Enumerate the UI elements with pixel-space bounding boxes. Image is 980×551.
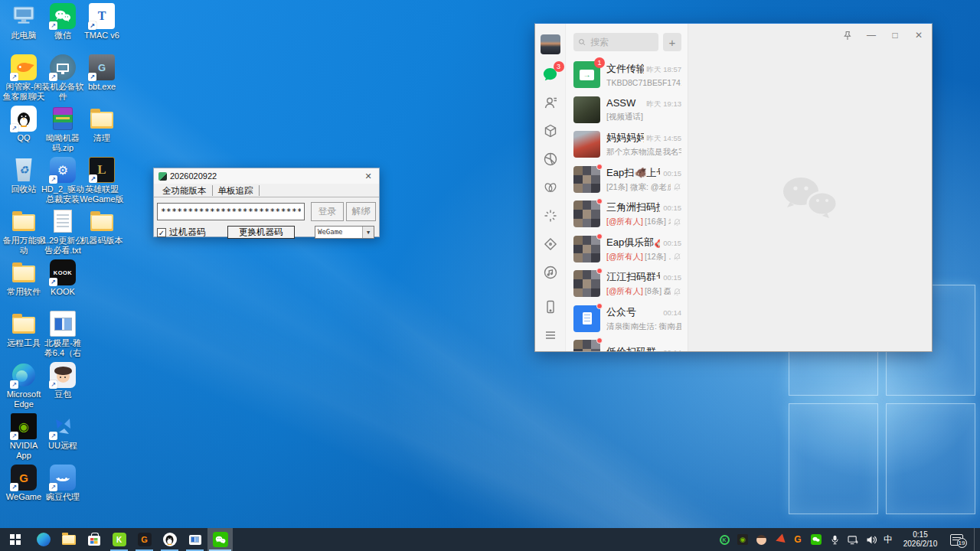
desktop-icon-kook[interactable]: KOOK KOOK xyxy=(44,259,82,311)
chat-preview: [12条] … xyxy=(645,252,671,262)
menu-icon[interactable] xyxy=(542,327,559,344)
mute-icon xyxy=(673,183,681,191)
chat-item-assw[interactable]: ASSW昨天 19:13 [视频通话] xyxy=(566,93,688,128)
desktop-icon-lol-wegame[interactable]: L 英雄联盟WeGame版 xyxy=(83,157,121,208)
tab-single-board-tracking[interactable]: 单板追踪 xyxy=(213,185,260,196)
chat-time: 00:15 xyxy=(663,169,681,178)
network-icon[interactable] xyxy=(847,533,859,546)
folder-icon xyxy=(11,311,37,337)
channels-icon[interactable] xyxy=(542,179,559,196)
desktop-icon-uu-remote[interactable]: UU远程 xyxy=(44,413,82,465)
change-machine-code-button[interactable]: 更换机器码 xyxy=(227,226,295,239)
desktop-icon-update-notice-txt[interactable]: 1.29更新公告必看.txt xyxy=(44,208,82,259)
desktop-icon-cleanup-folder[interactable]: 清理 xyxy=(83,106,121,157)
phone-icon[interactable] xyxy=(542,298,559,315)
desktop-icon-machine-code-folder[interactable]: 机器码版本 xyxy=(83,208,121,259)
close-icon[interactable]: ✕ xyxy=(362,171,374,181)
doubao-avatar-icon xyxy=(50,362,76,388)
tray-wechat-icon[interactable] xyxy=(810,533,822,546)
desktop-icon-edge[interactable]: Microsoft Edge xyxy=(5,362,43,413)
taskbar-microsoft-store[interactable] xyxy=(81,528,106,551)
chat-title: 三角洲扫码扶贫号 xyxy=(606,201,660,214)
desktop-icon-driver-installer[interactable]: ⚙ HD_2_驱动总裁安装包.exe xyxy=(44,157,82,208)
taskbar-file-explorer[interactable] xyxy=(56,528,81,551)
desktop-icon-backup-driver-folder[interactable]: 备用万能驱动 xyxy=(5,208,43,259)
chat-item-mama[interactable]: 妈妈妈妈昨天 14:55 那个京东物流是我名字，那是… xyxy=(566,127,688,162)
taskbar-qq[interactable] xyxy=(157,528,182,551)
top-stories-icon[interactable] xyxy=(542,207,559,224)
this-pc-icon xyxy=(11,3,37,29)
ime-indicator[interactable]: 中 xyxy=(884,533,893,546)
desktop-icon-doubao[interactable]: 豆包 xyxy=(44,362,82,413)
chat-item-official-accounts[interactable]: 公众号00:14 清泉衡南生活: 衡南县种畜场… xyxy=(566,302,688,337)
login-button[interactable]: 登录 xyxy=(311,202,344,221)
wechat-watermark-logo xyxy=(780,175,840,221)
desktop-icon-bbt[interactable]: G bbt.exe xyxy=(83,54,121,106)
desktop-icon-wegame[interactable]: G WeGame xyxy=(5,465,43,516)
system-tray: K ◉ G 中 0:15 2026/2/10 19 xyxy=(718,528,980,551)
mention-label: [@所有人] xyxy=(606,217,643,227)
bypass-machine-code-checkbox[interactable]: ✓ 过机器码 xyxy=(157,226,206,239)
moments-icon[interactable] xyxy=(542,151,559,168)
tray-kook-icon[interactable]: K xyxy=(718,533,730,546)
desktop-icon-this-pc[interactable]: 此电脑 xyxy=(5,3,43,54)
tray-nvidia-icon[interactable]: ◉ xyxy=(737,533,749,546)
taskbar-wegame[interactable]: G xyxy=(132,528,157,551)
desktop-icon-remote-tools-folder[interactable]: 远程工具 xyxy=(5,311,43,362)
search-box[interactable] xyxy=(573,33,658,51)
desktop-icon-nvidia-app[interactable]: ◉ NVIDIA App xyxy=(5,413,43,465)
desktop-icon-installer-pack[interactable]: 装机必备软件 xyxy=(44,54,82,106)
desktop-icon-wandou-proxy[interactable]: 豌豆代理 xyxy=(44,465,82,516)
unbind-button[interactable]: 解绑 xyxy=(346,202,376,221)
desktop-icon-wechat[interactable]: 微信 xyxy=(44,3,82,54)
desktop-icon-xianyu[interactable]: 闲管家-闲鱼客服聊天 xyxy=(5,54,43,106)
chat-item-jiangjiang[interactable]: 江江扫码群号扶贫00:15 [@所有人][8条] 磊: @Ale… xyxy=(566,266,688,302)
chats-icon[interactable]: 3 xyxy=(542,66,559,83)
taskbar-clock[interactable]: 0:15 2026/2/10 xyxy=(899,530,942,549)
desktop-icon-recycle-bin[interactable]: ♻ 回收站 xyxy=(5,157,43,208)
taskbar-beijixing[interactable] xyxy=(182,528,207,551)
dialog-titlebar[interactable]: 2026020922 ✕ xyxy=(154,168,379,184)
folder-icon xyxy=(62,535,76,545)
tray-wegame-icon[interactable]: G xyxy=(792,533,804,546)
card-key-input[interactable] xyxy=(157,203,305,220)
microphone-icon[interactable] xyxy=(828,533,841,546)
mention-label: [@所有人] xyxy=(606,286,643,297)
taskbar-wechat-active[interactable] xyxy=(207,528,233,551)
desktop-icon-tmac[interactable]: T TMAC v6 xyxy=(83,3,121,54)
chat-item-eap-club[interactable]: Eap俱乐部🎸🐴（2…00:15 [@所有人][12条] … xyxy=(566,232,688,267)
unread-dot xyxy=(596,337,603,344)
show-desktop-button[interactable] xyxy=(974,528,978,551)
add-button[interactable]: + xyxy=(663,33,681,51)
chat-item-eap-group[interactable]: Eap扫🐗上号🈲广00:15 [21条] 微寒: @老虎（347… xyxy=(566,162,688,197)
desktop-icon-beijixing[interactable]: 北极星-雅希6.4（右击… xyxy=(44,311,82,362)
taskbar-edge[interactable] xyxy=(31,528,56,551)
favorites-icon[interactable] xyxy=(542,122,559,139)
action-center-icon[interactable]: 19 xyxy=(948,533,965,546)
taskbar-kook[interactable]: K xyxy=(106,528,132,551)
profile-avatar[interactable] xyxy=(541,34,560,54)
minimize-button[interactable]: — xyxy=(866,30,877,41)
chat-item-file-helper[interactable]: → 1 文件传输助手昨天 18:57 TKBD8C71BE5F1741F5833… xyxy=(566,57,688,93)
volume-icon[interactable] xyxy=(865,533,877,546)
desktop-icon-machine-code-zip[interactable]: 呦呦机器码.zip xyxy=(44,106,82,157)
chat-item-low-price-group[interactable]: 低价扫码群00:14 xyxy=(566,336,688,351)
maximize-button[interactable]: □ xyxy=(890,30,900,41)
tray-doubao-icon[interactable] xyxy=(755,533,767,546)
mini-programs-icon[interactable] xyxy=(542,236,559,253)
close-button[interactable]: ✕ xyxy=(913,30,924,41)
clock-time: 0:15 xyxy=(913,530,927,539)
music-icon[interactable] xyxy=(542,264,559,281)
chat-item-sanjiaozhou[interactable]: 三角洲扫码扶贫号00:15 [@所有人][16条] 老虎（3… xyxy=(566,197,688,232)
tab-full-function-version[interactable]: 全功能版本 xyxy=(157,185,213,196)
gear-icon: ⚙ xyxy=(50,157,76,183)
search-input[interactable] xyxy=(589,36,654,48)
chat-time: 00:14 xyxy=(663,348,681,351)
contacts-icon[interactable] xyxy=(542,94,559,111)
game-select-dropdown[interactable]: WeGame ▼ xyxy=(315,226,374,239)
pin-icon[interactable] xyxy=(842,31,853,41)
desktop-icon-common-software-folder[interactable]: 常用软件 xyxy=(5,259,43,311)
desktop-icon-qq[interactable]: QQ xyxy=(5,106,43,157)
start-button[interactable] xyxy=(0,528,31,551)
tray-horn-icon[interactable] xyxy=(773,533,786,546)
